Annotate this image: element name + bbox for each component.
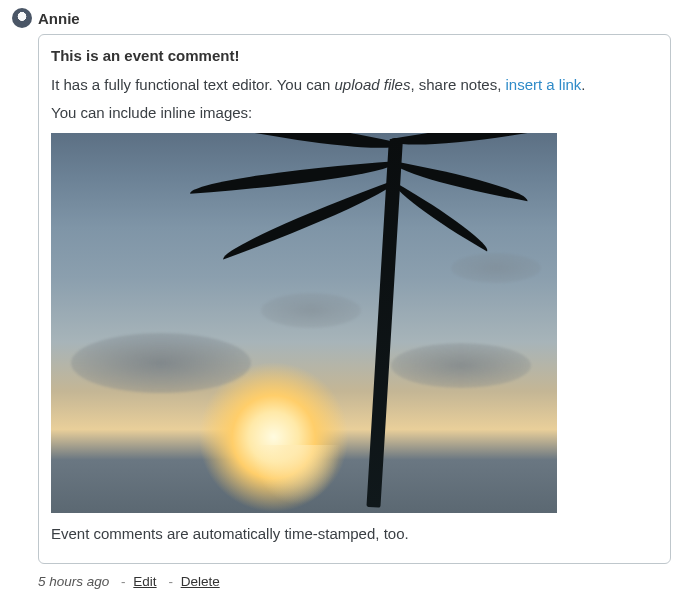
comment-header: Annie — [12, 8, 671, 28]
text-fragment: . — [581, 76, 585, 93]
decorative-frond — [189, 161, 400, 194]
decorative-cloud — [451, 253, 541, 283]
decorative-cloud — [261, 293, 361, 328]
decorative-frond — [172, 133, 402, 165]
decorative-frond — [218, 179, 402, 259]
avatar[interactable] — [12, 8, 32, 28]
decorative-frond — [389, 133, 540, 157]
edit-link[interactable]: Edit — [133, 574, 156, 589]
comment-line-2: It has a fully functional text editor. Y… — [51, 74, 658, 97]
inline-image[interactable] — [51, 133, 557, 513]
delete-link[interactable]: Delete — [181, 574, 220, 589]
comment-body: This is an event comment! It has a fully… — [38, 34, 671, 564]
separator: - — [121, 574, 126, 589]
image-intro-text: You can include inline images: — [51, 102, 658, 125]
decorative-cloud — [391, 343, 531, 388]
comment-footer-text: Event comments are automatically time-st… — [51, 523, 658, 546]
comment-title: This is an event comment! — [51, 45, 658, 68]
text-fragment: It has a fully functional text editor. Y… — [51, 76, 335, 93]
separator: - — [168, 574, 173, 589]
emphasis-upload-files: upload files — [335, 76, 411, 93]
decorative-frond — [388, 181, 495, 251]
text-fragment: , share notes, — [410, 76, 505, 93]
timestamp: 5 hours ago — [38, 574, 109, 589]
insert-link[interactable]: insert a link — [505, 76, 581, 93]
author-name[interactable]: Annie — [38, 10, 80, 27]
decorative-sunglint — [251, 445, 341, 505]
comment-meta: 5 hours ago - Edit - Delete — [38, 574, 671, 589]
decorative-cloud — [71, 333, 251, 393]
